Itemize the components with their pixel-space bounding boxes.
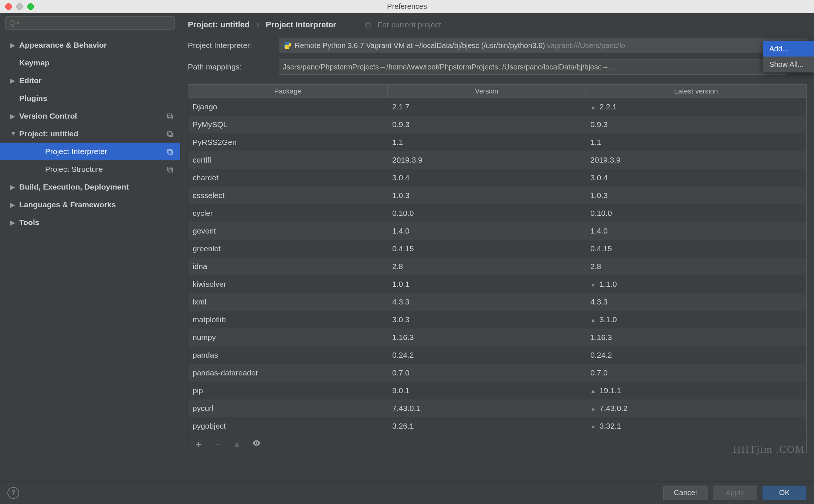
cell-latest: ▲7.43.0.2 [586, 404, 806, 413]
sidebar-item-label: Appearance & Behavior [19, 41, 107, 50]
copy-settings-icon [167, 148, 173, 155]
svg-rect-9 [366, 24, 370, 27]
cancel-button[interactable]: Cancel [663, 486, 708, 500]
remove-package-button[interactable]: － [213, 438, 222, 450]
breadcrumb-leaf: Project Interpreter [266, 20, 336, 30]
table-row[interactable]: chardet3.0.43.0.4 [188, 169, 806, 187]
svg-rect-1 [169, 115, 173, 119]
path-mappings-field[interactable]: Jsers/panc/PhpstormProjects→/home/wwwroo… [279, 59, 787, 75]
for-current-project-label: For current project [378, 20, 441, 29]
table-row[interactable]: certifi2019.3.92019.3.9 [188, 151, 806, 169]
cell-package: PyRSS2Gen [188, 138, 388, 147]
cell-version: 4.3.3 [388, 297, 586, 306]
interpreter-dropdown[interactable]: Remote Python 3.6.7 Vagrant VM at ~/loca… [279, 38, 807, 53]
sidebar-item-keymap[interactable]: Keymap [0, 54, 180, 72]
cell-version: 2.1.7 [388, 102, 586, 111]
cell-version: 3.26.1 [388, 422, 586, 430]
show-early-releases-button[interactable] [252, 438, 261, 450]
table-row[interactable]: pandas-datareader0.7.00.7.0 [188, 364, 806, 382]
cell-latest: ▲19.1.1 [586, 386, 806, 395]
cell-latest: 0.9.3 [586, 120, 806, 129]
table-row[interactable]: gevent1.4.01.4.0 [188, 222, 806, 240]
table-row[interactable]: PyMySQL0.9.30.9.3 [188, 116, 806, 133]
table-row[interactable]: kiwisolver1.0.1▲1.1.0 [188, 275, 806, 293]
python-icon [283, 41, 292, 50]
cell-package: chardet [188, 173, 388, 182]
interpreter-value: Remote Python 3.6.7 Vagrant VM at ~/loca… [295, 41, 545, 50]
sidebar-item-label: Version Control [19, 112, 77, 120]
svg-rect-8 [365, 22, 369, 26]
cell-package: cycler [188, 209, 388, 218]
sidebar-item-project-structure[interactable]: Project Structure [0, 160, 180, 178]
sidebar-item-project-untitled[interactable]: ▼Project: untitled [0, 125, 180, 143]
cell-version: 1.4.0 [388, 227, 586, 235]
table-row[interactable]: matplotlib3.0.3▲3.1.0 [188, 311, 806, 328]
cell-latest: 1.1 [586, 138, 806, 147]
sidebar-item-plugins[interactable]: Plugins [0, 89, 180, 107]
cell-latest: 0.7.0 [586, 368, 806, 377]
interpreter-hint: vagrant:///Users/panc/lo [547, 41, 625, 50]
table-row[interactable]: idna2.82.8 [188, 258, 806, 275]
table-row[interactable]: pip9.0.1▲19.1.1 [188, 382, 806, 399]
tree-arrow-icon: ▶ [10, 184, 16, 191]
search-icon: Q [9, 19, 15, 27]
apply-button[interactable]: Apply [713, 486, 757, 500]
cell-package: certifi [188, 156, 388, 164]
cell-package: lxml [188, 297, 388, 306]
upgrade-package-button[interactable]: ▲ [233, 439, 241, 449]
sidebar-item-label: Project Interpreter [45, 147, 107, 156]
sidebar-item-languages-frameworks[interactable]: ▶Languages & Frameworks [0, 196, 180, 214]
cell-package: pandas [188, 351, 388, 360]
upgrade-available-icon: ▲ [590, 423, 596, 429]
table-row[interactable]: lxml4.3.34.3.3 [188, 293, 806, 311]
sidebar-item-appearance-behavior[interactable]: ▶Appearance & Behavior [0, 36, 180, 54]
cell-package: pandas-datareader [188, 368, 388, 377]
popup-show-all-item[interactable]: Show All... [763, 57, 814, 72]
cell-latest: 0.10.0 [586, 209, 806, 218]
add-package-button[interactable]: ＋ [194, 438, 203, 450]
upgrade-available-icon: ▲ [590, 104, 596, 110]
table-row[interactable]: Django2.1.7▲2.2.1 [188, 98, 806, 116]
table-row[interactable]: pandas0.24.20.24.2 [188, 346, 806, 364]
sidebar-item-project-interpreter[interactable]: Project Interpreter [0, 143, 180, 160]
header-latest[interactable]: Latest version [586, 85, 806, 98]
window-title: Preferences [0, 2, 814, 11]
table-row[interactable]: pygobject3.26.1▲3.32.1 [188, 417, 806, 435]
popup-add-item[interactable]: Add... [763, 41, 814, 57]
sidebar-item-label: Keymap [19, 58, 50, 67]
cell-package: matplotlib [188, 315, 388, 324]
ok-button[interactable]: OK [762, 486, 807, 500]
cell-version: 0.10.0 [388, 209, 586, 218]
sidebar-item-label: Plugins [19, 94, 47, 103]
help-button[interactable]: ? [7, 487, 19, 499]
header-version[interactable]: Version [388, 85, 586, 98]
cell-latest: 1.16.3 [586, 333, 806, 342]
sidebar-item-tools[interactable]: ▶Tools [0, 214, 180, 231]
table-row[interactable]: numpy1.16.31.16.3 [188, 328, 806, 346]
tree-arrow-icon: ▶ [10, 42, 16, 49]
cell-package: pygobject [188, 422, 388, 430]
table-row[interactable]: cycler0.10.00.10.0 [188, 204, 806, 222]
cell-latest: 0.4.15 [586, 244, 806, 253]
svg-rect-0 [167, 114, 171, 118]
upgrade-available-icon: ▲ [590, 388, 596, 394]
svg-point-10 [286, 42, 286, 43]
breadcrumb-root: Project: untitled [188, 20, 250, 30]
search-dropdown-icon: ▾ [17, 20, 19, 25]
svg-rect-2 [167, 132, 171, 135]
cell-package: pycurl [188, 404, 388, 413]
search-input[interactable]: Q▾ [5, 16, 175, 30]
cell-package: cssselect [188, 191, 388, 200]
table-row[interactable]: PyRSS2Gen1.11.1 [188, 133, 806, 151]
cell-latest: ▲2.2.1 [586, 102, 806, 111]
sidebar-item-build-execution-deployment[interactable]: ▶Build, Execution, Deployment [0, 178, 180, 196]
table-row[interactable]: pycurl7.43.0.1▲7.43.0.2 [188, 399, 806, 417]
copy-settings-icon [167, 166, 173, 173]
sidebar-item-version-control[interactable]: ▶Version Control [0, 107, 180, 125]
header-package[interactable]: Package [188, 85, 388, 98]
table-row[interactable]: greenlet0.4.150.4.15 [188, 240, 806, 258]
cell-package: Django [188, 102, 388, 111]
cell-package: pip [188, 386, 388, 395]
table-row[interactable]: cssselect1.0.31.0.3 [188, 187, 806, 204]
sidebar-item-editor[interactable]: ▶Editor [0, 72, 180, 89]
